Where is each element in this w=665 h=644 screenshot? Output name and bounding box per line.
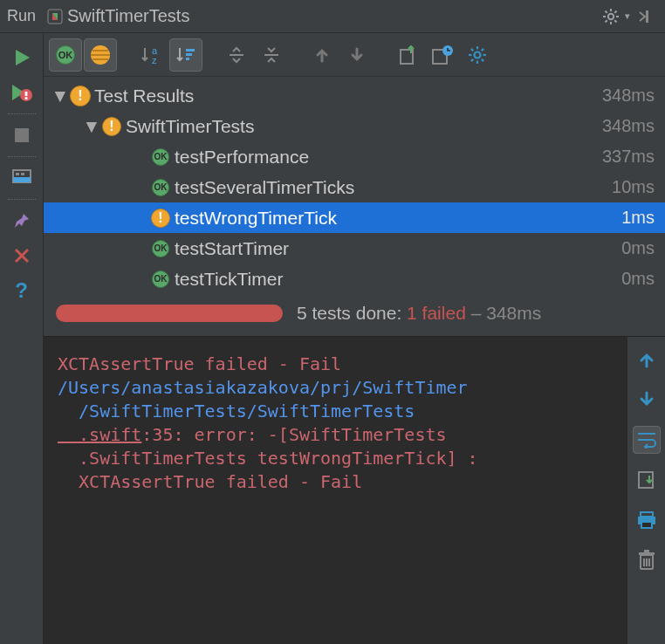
chevron-down-icon[interactable]: ▼: [82, 116, 101, 137]
help-button[interactable]: ?: [6, 275, 38, 306]
svg-line-11: [614, 10, 616, 12]
clear-all-button[interactable]: [633, 546, 661, 574]
svg-marker-13: [16, 50, 30, 65]
svg-line-48: [482, 48, 483, 50]
show-ignored-toggle[interactable]: [84, 38, 117, 72]
console-toolbar: [627, 337, 665, 644]
console-path[interactable]: /SwiftTimerTests/SwiftTimerTests: [58, 401, 415, 421]
soft-wrap-toggle[interactable]: [633, 426, 661, 454]
tree-suite-label: SwiftTimerTests: [126, 116, 602, 137]
tree-test-label: testStartTimer: [175, 238, 621, 259]
svg-rect-33: [186, 53, 192, 56]
tree-suite-row[interactable]: ▼ ! SwiftTimerTests 348ms: [44, 111, 665, 141]
svg-line-45: [471, 48, 473, 50]
tree-test-row[interactable]: OK testTickTimer 0ms: [44, 264, 665, 294]
console-line: XCTAssertTrue failed - Fail: [58, 353, 341, 374]
test-tree[interactable]: ▼ ! Test Results 348ms ▼ ! SwiftTimerTes…: [44, 77, 665, 294]
tree-test-time: 1ms: [621, 208, 655, 228]
warn-icon: !: [150, 209, 171, 228]
svg-rect-17: [24, 97, 27, 99]
test-runner-settings-button[interactable]: [461, 38, 494, 72]
ok-icon: OK: [150, 240, 171, 257]
svg-rect-20: [13, 177, 31, 182]
ok-icon: OK: [150, 148, 171, 166]
layout-button[interactable]: [6, 162, 38, 194]
tool-window-label: Run: [7, 7, 36, 25]
next-occurrence-button[interactable]: [340, 38, 374, 72]
pin-button[interactable]: [6, 205, 38, 236]
collapse-all-button[interactable]: [255, 38, 288, 72]
svg-rect-18: [15, 128, 29, 142]
run-gutter: ?: [0, 33, 44, 644]
svg-rect-22: [21, 173, 24, 175]
hide-tool-window-icon[interactable]: [637, 8, 655, 25]
run-button[interactable]: [6, 42, 38, 73]
tree-root-row[interactable]: ▼ ! Test Results 348ms: [44, 80, 665, 111]
stop-button[interactable]: [6, 120, 38, 151]
run-config-icon: [46, 8, 64, 25]
tree-test-row[interactable]: OK testPerformance 337ms: [44, 141, 665, 172]
svg-line-8: [606, 10, 607, 12]
svg-text:z: z: [152, 55, 157, 65]
summary-suffix: – 348ms: [466, 303, 541, 323]
warn-icon: !: [70, 86, 91, 106]
test-toolbar: OK az: [44, 33, 665, 77]
tree-test-time: 0ms: [621, 238, 655, 258]
svg-rect-32: [186, 49, 195, 51]
tree-test-time: 0ms: [621, 269, 655, 289]
tree-test-row[interactable]: OK testStartTimer 0ms: [44, 233, 665, 264]
svg-line-9: [614, 20, 616, 22]
sort-alpha-button[interactable]: az: [134, 38, 168, 72]
svg-line-47: [471, 58, 473, 60]
scroll-down-button[interactable]: [633, 386, 661, 414]
console-file-link[interactable]: .swift: [58, 424, 141, 445]
chevron-down-icon[interactable]: ▼: [51, 86, 70, 106]
summary-done: 5 tests done:: [297, 303, 407, 323]
summary-failed: 1 failed: [407, 303, 466, 323]
prev-occurrence-button[interactable]: [305, 38, 339, 72]
tree-test-label: testTickTimer: [175, 269, 621, 290]
tree-test-label: testSeveralTimerTicks: [175, 177, 612, 198]
show-passed-toggle[interactable]: OK: [49, 38, 82, 72]
tree-test-row[interactable]: OK testSeveralTimerTicks 10ms: [44, 172, 665, 202]
svg-rect-34: [186, 58, 189, 60]
svg-rect-53: [641, 522, 652, 528]
console-line: .SwiftTimerTests testWrongTimerTick] :: [58, 448, 489, 469]
tree-test-label: testWrongTimerTick: [175, 208, 621, 229]
history-button[interactable]: [426, 38, 459, 72]
sort-duration-button[interactable]: [169, 38, 202, 72]
progress-bar: [56, 305, 283, 322]
console-line: :35: error: -[SwiftTimerTests: [141, 424, 446, 445]
tree-root-time: 348ms: [602, 86, 655, 106]
test-summary: 5 tests done: 1 failed – 348ms: [44, 294, 665, 336]
console-path[interactable]: /Users/anastasiakazakova/prj/SwiftTimer: [58, 377, 468, 398]
tree-root-label: Test Results: [94, 86, 602, 106]
scroll-to-end-button[interactable]: [633, 466, 661, 494]
scroll-up-button[interactable]: [633, 346, 661, 373]
warn-icon: !: [101, 117, 122, 136]
settings-gear-icon[interactable]: [602, 8, 620, 25]
svg-rect-58: [639, 552, 655, 555]
svg-line-46: [482, 58, 483, 60]
tree-test-row[interactable]: ! testWrongTimerTick 1ms: [44, 202, 665, 233]
console-output[interactable]: XCTAssertTrue failed - Fail /Users/anast…: [44, 337, 627, 644]
rerun-failed-button[interactable]: [6, 77, 38, 108]
tree-suite-time: 348ms: [602, 116, 655, 136]
svg-rect-59: [644, 550, 649, 552]
run-config-name: SwiftTimerTests: [67, 6, 189, 26]
svg-rect-21: [16, 173, 19, 175]
expand-all-button[interactable]: [220, 38, 253, 72]
tree-test-time: 337ms: [602, 147, 655, 167]
tree-test-label: testPerformance: [175, 147, 602, 168]
ok-icon: OK: [150, 271, 171, 288]
close-button[interactable]: [6, 240, 38, 271]
titlebar: Run SwiftTimerTests ▾: [0, 0, 665, 33]
svg-rect-16: [24, 92, 27, 96]
console-line: XCTAssertTrue failed - Fail: [58, 471, 362, 492]
settings-chevron-icon[interactable]: ▾: [625, 10, 630, 22]
export-results-button[interactable]: [391, 38, 424, 72]
print-button[interactable]: [633, 506, 661, 534]
svg-line-10: [606, 20, 607, 22]
svg-rect-51: [641, 512, 653, 517]
svg-point-40: [474, 51, 480, 58]
